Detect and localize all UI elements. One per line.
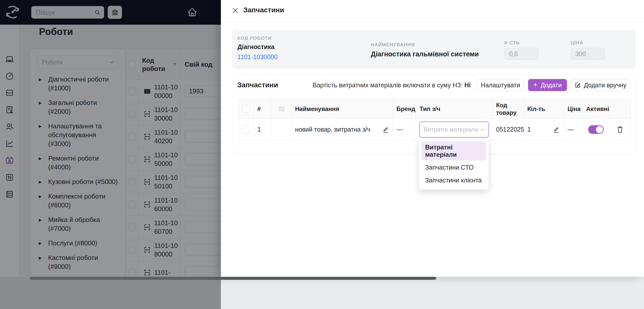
part-index: 1 xyxy=(254,119,271,140)
parts-table-header: # Найменування Бренд Тип з/ч Код товару … xyxy=(238,99,630,119)
parts-section-title: Запчастини xyxy=(237,81,278,89)
price-field[interactable] xyxy=(571,48,605,60)
add-manual-button-label: Додати вручну xyxy=(584,82,627,89)
modal-backdrop[interactable] xyxy=(0,0,221,309)
column-header-qty: Кіл-ть xyxy=(524,99,564,119)
part-type-placeholder: Витратні матеріали xyxy=(424,126,478,133)
dropdown-option-label: Запчастини клієнта xyxy=(425,177,482,184)
drawer-title: Запчастини xyxy=(243,6,284,14)
price-label: ЦІНА xyxy=(571,40,605,46)
dropdown-option-label: Запчастини СТО xyxy=(425,164,474,171)
add-button-label: Додати xyxy=(541,82,562,89)
quantity-field[interactable] xyxy=(504,48,539,60)
dropdown-option-label: Витратні матеріали xyxy=(425,144,457,158)
horizontal-scrollbar[interactable] xyxy=(30,277,436,280)
work-name-label: НАЙМЕНУВАННЯ xyxy=(371,42,479,48)
drawer-header: Запчастини xyxy=(221,0,644,22)
select-all-checkbox[interactable] xyxy=(242,105,250,113)
dropdown-option[interactable]: Запчастини клієнта xyxy=(421,174,486,186)
add-button[interactable]: + Додати xyxy=(528,79,567,91)
column-header-price: Ціна xyxy=(564,99,583,119)
part-name: новий товар, витратна з/ч xyxy=(295,126,370,133)
materials-note-value: Ні xyxy=(464,82,471,89)
row-checkbox[interactable] xyxy=(242,126,250,133)
column-header-type: Тип з/ч xyxy=(416,99,493,119)
parts-table-row: 1 новий товар, витратна з/ч --- Витратні… xyxy=(238,119,630,140)
part-price: — xyxy=(564,119,583,140)
work-code-label: КОД РОБОТИ xyxy=(237,35,277,41)
toggle-knob xyxy=(596,126,603,133)
parts-table: # Найменування Бренд Тип з/ч Код товару … xyxy=(238,99,630,140)
part-type-dropdown: Витратні матеріали Запчастини СТО Запчас… xyxy=(419,139,489,190)
app-screen: Роботи Роботи ▶ Діагностичні роботи (#10… xyxy=(0,0,644,309)
close-icon[interactable] xyxy=(231,7,239,14)
work-group-value: Діагностика xyxy=(237,43,277,51)
part-brand: --- xyxy=(393,119,416,140)
materials-note: Вартість витратних матеріалів включати в… xyxy=(312,82,471,89)
dropdown-option[interactable]: Витратні матеріали xyxy=(421,141,486,161)
part-product-code: 05122025 xyxy=(493,119,524,140)
chevron-down-icon xyxy=(480,127,485,132)
active-toggle[interactable] xyxy=(588,125,604,134)
edit-square-icon xyxy=(574,82,581,89)
part-qty: 1 xyxy=(527,126,531,133)
configure-button[interactable]: Налаштувати xyxy=(477,79,524,91)
column-header-brand: Бренд xyxy=(393,99,416,119)
quantity-label: К-СТЬ xyxy=(504,40,539,46)
work-code-link[interactable]: 1101-1030000 xyxy=(237,53,277,61)
edit-pencil-icon[interactable] xyxy=(553,126,560,133)
column-header-index: # xyxy=(254,99,271,119)
dropdown-option[interactable]: Запчастини СТО xyxy=(421,162,486,173)
trash-icon[interactable] xyxy=(616,126,624,134)
part-type-select[interactable]: Витратні матеріали xyxy=(419,122,489,138)
drag-handle-icon xyxy=(278,106,285,111)
column-header-product-code: Код товару xyxy=(493,99,524,119)
materials-note-text: Вартість витратних матеріалів включати в… xyxy=(312,82,463,89)
column-header-name: Найменування xyxy=(292,99,393,119)
edit-pencil-icon[interactable] xyxy=(382,126,389,133)
work-name-value: Діагностика гальмівної системи xyxy=(371,50,479,58)
add-manual-button[interactable]: Додати вручну xyxy=(571,79,630,91)
column-header-active: Активні xyxy=(583,99,610,119)
parts-drawer: Запчастини КОД РОБОТИ Діагностика 1101-1… xyxy=(221,0,644,277)
work-info-card: КОД РОБОТИ Діагностика 1101-1030000 НАЙМ… xyxy=(232,30,636,69)
configure-button-label: Налаштувати xyxy=(481,82,520,89)
plus-icon: + xyxy=(533,81,538,89)
